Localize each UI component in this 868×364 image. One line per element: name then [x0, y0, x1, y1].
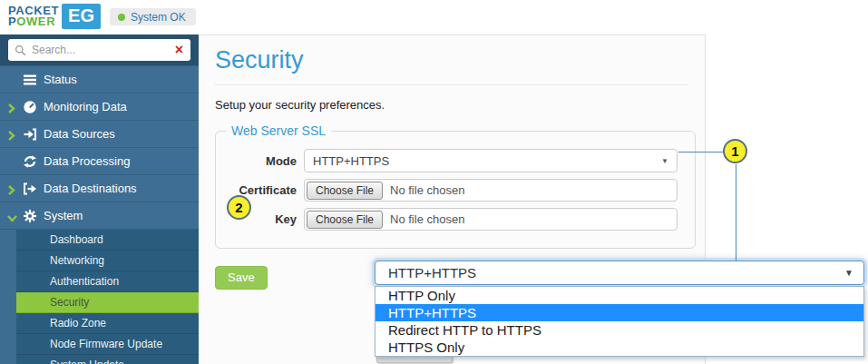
annotation-callout-2: 2	[227, 195, 251, 220]
key-choose-file-button[interactable]: Choose File	[307, 211, 383, 229]
sidebar-subitem-radio-zone[interactable]: Radio Zone	[16, 313, 199, 334]
logo-wordmark: PACKET POWER	[8, 5, 59, 27]
sidebar-item-label: Data Sources	[44, 127, 115, 141]
sidebar-subitem-authentication[interactable]: Authentication	[16, 271, 199, 292]
sidebar-item-label: Monitoring Data	[44, 100, 127, 113]
top-header: PACKET POWER EG System OK	[0, 0, 868, 34]
subitem-label: System Update	[50, 359, 124, 364]
status-badge-label: System OK	[131, 11, 186, 24]
key-file-input[interactable]: Choose File No file chosen	[304, 208, 678, 231]
title-divider	[215, 84, 688, 85]
search-input[interactable]	[8, 39, 190, 61]
certificate-file-status: No file chosen	[390, 183, 464, 197]
system-submenu: Dashboard Networking Authentication Secu…	[0, 230, 199, 364]
certificate-row: Certificate Choose File No file chosen	[216, 179, 695, 202]
mode-dropdown-expanded[interactable]: HTTP+HTTPS ▼	[375, 261, 864, 285]
chevron-right-icon	[7, 103, 15, 116]
list-icon	[23, 73, 37, 90]
page-subtitle: Setup your security preferences.	[215, 98, 688, 112]
mode-select-value: HTTP+HTTPS	[313, 154, 389, 168]
sidebar-item-label: System	[44, 209, 83, 222]
mode-row: Mode HTTP+HTTPS ▼	[216, 149, 695, 172]
certificate-file-input[interactable]: Choose File No file chosen	[304, 179, 678, 202]
certificate-choose-file-button[interactable]: Choose File	[307, 182, 383, 200]
logo-eg-box: EG	[62, 4, 101, 29]
key-file-status: No file chosen	[390, 212, 464, 226]
sidebar-subitem-system-update[interactable]: System Update	[16, 355, 199, 364]
mode-select[interactable]: HTTP+HTTPS ▼	[304, 149, 678, 172]
dropdown-selected-value: HTTP+HTTPS	[388, 265, 476, 280]
certificate-label: Certificate	[216, 183, 304, 197]
sign-in-icon	[23, 127, 37, 144]
callout1-connector-vertical	[736, 164, 736, 261]
chevron-right-icon	[7, 184, 15, 198]
packet-power-logo: PACKET POWER EG	[8, 4, 101, 29]
chevron-down-icon	[7, 212, 17, 225]
sidebar-subitem-node-firmware-update[interactable]: Node Firmware Update	[16, 334, 199, 355]
dropdown-option-redirect[interactable]: Redirect HTTP to HTTPS	[375, 321, 863, 339]
subitem-label: Radio Zone	[50, 317, 106, 330]
chevron-down-icon: ▼	[661, 157, 668, 165]
sidebar-item-data-processing[interactable]: Data Processing	[0, 148, 199, 175]
gauge-icon	[23, 100, 37, 117]
sidebar-item-monitoring-data[interactable]: Monitoring Data	[0, 93, 199, 121]
page-title: Security	[215, 46, 705, 74]
refresh-icon	[23, 154, 37, 172]
callout1-connector-horizontal	[678, 152, 724, 152]
key-row: Key Choose File No file chosen	[216, 208, 695, 231]
sidebar-subitem-dashboard[interactable]: Dashboard	[16, 230, 199, 251]
annotation-callout-1: 1	[723, 139, 747, 163]
sidebar-item-data-sources[interactable]: Data Sources	[0, 121, 199, 148]
sidebar-menu: Status Monitoring Data Data Sources	[0, 65, 199, 364]
security-settings-page: PACKET POWER EG System OK ×	[0, 0, 868, 364]
subitem-label: Security	[50, 296, 89, 309]
mode-dropdown-options: HTTP Only HTTP+HTTPS Redirect HTTP to HT…	[375, 286, 864, 357]
sign-out-icon	[23, 182, 37, 199]
sidebar-item-label: Data Destinations	[44, 182, 137, 195]
mode-label: Mode	[216, 154, 304, 168]
gear-icon	[23, 209, 37, 226]
sidebar-item-system[interactable]: System	[0, 202, 199, 230]
dropdown-option-https-only[interactable]: HTTPS Only	[375, 339, 863, 356]
chevron-down-icon: ▼	[844, 268, 853, 278]
sidebar-item-label: Status	[44, 73, 77, 86]
sidebar-subitem-security[interactable]: Security	[16, 292, 199, 313]
logo-line2: POWER	[8, 16, 59, 27]
search-icon	[15, 44, 26, 60]
save-button[interactable]: Save	[215, 266, 268, 290]
web-server-ssl-fieldset: Web Server SSL Mode HTTP+HTTPS ▼ Certifi…	[215, 123, 696, 249]
sidebar-subitem-networking[interactable]: Networking	[16, 251, 199, 271]
search-box: ×	[8, 39, 190, 61]
subitem-label: Dashboard	[50, 233, 103, 246]
status-ok-dot-icon	[118, 14, 125, 21]
system-status-badge: System OK	[110, 8, 196, 25]
dropdown-option-http-https[interactable]: HTTP+HTTPS	[375, 304, 863, 321]
sidebar-item-label: Data Processing	[44, 154, 130, 168]
fieldset-legend: Web Server SSL	[226, 123, 331, 138]
sidebar-item-data-destinations[interactable]: Data Destinations	[0, 175, 199, 202]
dropdown-option-http-only[interactable]: HTTP Only	[375, 287, 863, 304]
sidebar-item-status[interactable]: Status	[0, 66, 199, 93]
chevron-right-icon	[7, 130, 15, 143]
subitem-label: Node Firmware Update	[50, 338, 162, 350]
subitem-label: Authentication	[50, 275, 119, 288]
sidebar-search-area: ×	[0, 34, 199, 65]
subitem-label: Networking	[50, 254, 104, 267]
sidebar: × Status Monitoring Data	[0, 34, 199, 364]
search-clear-icon[interactable]: ×	[175, 40, 183, 60]
